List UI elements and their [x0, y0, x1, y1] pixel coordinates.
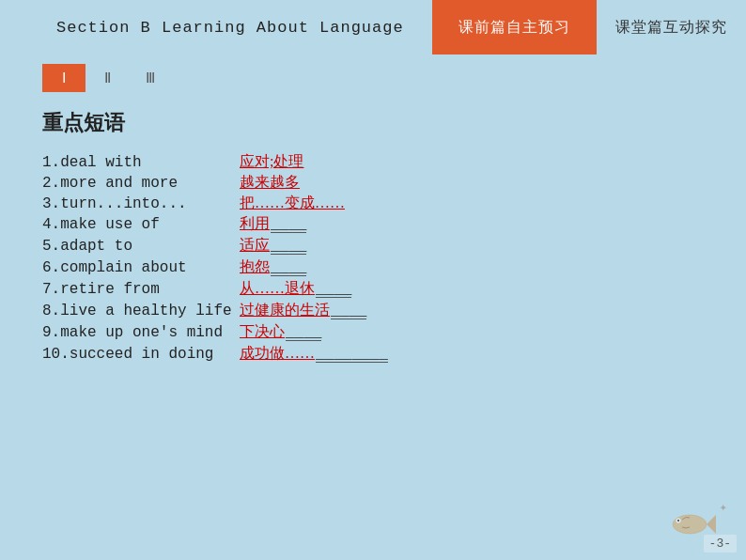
vocab-underline: ____	[286, 325, 321, 341]
vocab-en: 10.succeed in doing	[42, 347, 240, 362]
vocab-en: 7.retire from	[42, 282, 240, 297]
vocab-item: 4.make use of利用____	[42, 216, 704, 233]
vocab-en: 1.deal with	[42, 155, 240, 170]
vocab-zh: 适应	[240, 238, 270, 253]
page-number: -3-	[704, 535, 737, 552]
vocab-underline: ____	[331, 303, 366, 319]
svg-marker-1	[707, 515, 716, 534]
vocab-underline: ________	[316, 347, 388, 363]
vocab-zh: 从……退休	[240, 281, 315, 296]
vocab-underline: ____	[271, 239, 306, 255]
header-title: Section B Learning About Language	[0, 0, 432, 54]
main-content: 重点短语 1.deal with应对;处理2.more and more越来越多…	[0, 92, 746, 363]
vocab-zh: 利用	[240, 216, 270, 231]
vocab-item: 2.more and more越来越多	[42, 175, 704, 191]
tab-2[interactable]: Ⅱ	[85, 64, 129, 92]
section-title: 重点短语	[42, 109, 704, 137]
btn-classroom[interactable]: 课堂篇互动探究	[597, 0, 746, 54]
star-decoration: ✦	[720, 499, 727, 515]
vocab-item: 6.complain about抱怨____	[42, 259, 704, 276]
vocab-item: 10.succeed in doing成功做……________	[42, 346, 704, 363]
tab-3[interactable]: Ⅲ	[129, 64, 172, 92]
vocab-underline: ____	[271, 260, 306, 276]
vocab-en: 9.make up one's mind	[42, 325, 240, 340]
vocab-zh: 抱怨	[240, 259, 270, 274]
vocab-list: 1.deal with应对;处理2.more and more越来越多3.tur…	[42, 154, 704, 363]
vocab-en: 3.turn...into...	[42, 196, 240, 211]
vocab-zh: 过健康的生活	[240, 303, 330, 318]
vocab-zh: 成功做……	[240, 346, 315, 361]
header: Section B Learning About Language 课前篇自主预…	[0, 0, 746, 54]
vocab-zh: 应对;处理	[240, 154, 303, 169]
vocab-item: 5.adapt to适应____	[42, 238, 704, 255]
vocab-en: 6.complain about	[42, 260, 240, 275]
vocab-item: 7.retire from从……退休____	[42, 281, 704, 298]
vocab-zh: 越来越多	[240, 175, 300, 190]
vocab-en: 8.live a healthy life	[42, 303, 240, 319]
vocab-underline: ____	[271, 217, 306, 233]
vocab-underline: ____	[316, 282, 351, 298]
vocab-en: 5.adapt to	[42, 239, 240, 254]
vocab-item: 3.turn...into...把……变成……	[42, 195, 704, 211]
vocab-en: 4.make use of	[42, 217, 240, 232]
vocab-item: 9.make up one's mind下决心____	[42, 324, 704, 341]
vocab-item: 8.live a healthy life过健康的生活____	[42, 303, 704, 319]
vocab-zh: 下决心	[240, 324, 285, 339]
vocab-item: 1.deal with应对;处理	[42, 154, 704, 170]
vocab-en: 2.more and more	[42, 176, 240, 191]
tabs-row: Ⅰ Ⅱ Ⅲ	[0, 54, 746, 92]
btn-preview[interactable]: 课前篇自主预习	[432, 0, 597, 54]
vocab-zh: 把……变成……	[240, 195, 345, 210]
tab-1[interactable]: Ⅰ	[42, 64, 85, 92]
svg-point-3	[677, 520, 679, 521]
